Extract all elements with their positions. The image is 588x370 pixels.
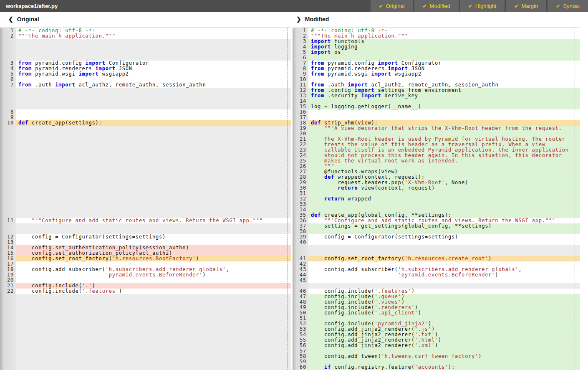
code-line: """The main h application.""" bbox=[16, 33, 291, 39]
toggle-original-button[interactable]: ✔ Original bbox=[371, 0, 413, 12]
diff-row: 4import logging bbox=[293, 44, 580, 50]
code-line bbox=[16, 359, 291, 365]
toggle-modified-button[interactable]: ✔ Modified bbox=[414, 0, 459, 12]
code-line bbox=[16, 164, 291, 169]
button-label: Syntax bbox=[563, 3, 580, 9]
diff-view: 1# -*- coding: utf-8 -*-2"""The main h a… bbox=[0, 28, 588, 370]
diff-row bbox=[293, 245, 580, 251]
toggle-highlight-button[interactable]: ✔ Highlight bbox=[460, 0, 505, 12]
code-line bbox=[16, 77, 291, 82]
code-line bbox=[16, 213, 291, 218]
diff-row: 11 """Configure and add static routes an… bbox=[0, 218, 291, 223]
code-line bbox=[16, 185, 291, 191]
code-line: config = Configurator(settings=settings) bbox=[16, 234, 291, 240]
line-number bbox=[0, 88, 16, 93]
diff-row bbox=[0, 126, 291, 131]
diff-row: 59 bbox=[293, 359, 580, 365]
code-line bbox=[308, 191, 580, 196]
code-line bbox=[16, 180, 291, 185]
diff-row bbox=[0, 223, 291, 229]
code-line bbox=[308, 55, 580, 61]
chevron-left-icon: ❮ bbox=[8, 16, 13, 23]
diff-row: 35def create_app(global_config, **settin… bbox=[293, 213, 580, 218]
button-label: Margin bbox=[521, 3, 538, 9]
diff-row: 46 config.include('.features') bbox=[293, 289, 580, 294]
diff-row: 45 bbox=[293, 278, 580, 283]
code-line: config.set_authentication_policy(session… bbox=[16, 245, 291, 251]
diff-row: 4from pyramid.renderers import JSON bbox=[0, 66, 291, 71]
line-number bbox=[0, 316, 16, 321]
code-line: config.include('.views') bbox=[308, 299, 580, 305]
diff-row: 54 config.add_jinja2_renderer('.txt') bbox=[293, 332, 580, 337]
code-line bbox=[16, 348, 291, 354]
check-icon: ✔ bbox=[514, 3, 518, 9]
diff-row: 41 config.set_root_factory('h.resources.… bbox=[293, 256, 580, 261]
diff-row bbox=[0, 39, 291, 44]
code-line bbox=[16, 109, 291, 115]
diff-row bbox=[0, 55, 291, 61]
diff-row: 39 config = Configurator(settings=settin… bbox=[293, 234, 580, 240]
line-number: 22 bbox=[0, 289, 16, 294]
code-line: request.headers.pop('X-Vhm-Root', None) bbox=[308, 180, 580, 185]
code-line: config = Configurator(settings=settings) bbox=[308, 234, 580, 240]
code-line bbox=[16, 93, 291, 99]
diff-row bbox=[0, 185, 291, 191]
code-line bbox=[16, 88, 291, 93]
code-line: makes the virtual root work as intended. bbox=[308, 158, 580, 164]
code-line bbox=[308, 251, 580, 256]
diff-row bbox=[0, 327, 291, 332]
diff-row bbox=[0, 354, 291, 359]
code-line: from pyramid.wsgi import wsgiapp2 bbox=[308, 71, 580, 77]
line-number bbox=[0, 93, 16, 99]
code-line: config.add_jinja2_renderer('.js') bbox=[308, 327, 580, 332]
diff-row: 58 config.add_tween('h.tweens.csrf_tween… bbox=[293, 354, 580, 359]
code-line bbox=[16, 99, 291, 104]
window-title: workspace1/after.py bbox=[0, 3, 58, 9]
code-line bbox=[308, 109, 580, 115]
diff-row: 3from pyramid.config import Configurator bbox=[0, 61, 291, 66]
line-number: 2 bbox=[0, 33, 16, 39]
line-number bbox=[0, 185, 16, 191]
code-line bbox=[308, 77, 580, 82]
diff-row bbox=[293, 251, 580, 256]
diff-row bbox=[0, 359, 291, 365]
toggle-margin-button[interactable]: ✔ Margin bbox=[506, 0, 546, 12]
code-line bbox=[16, 44, 291, 50]
diff-row: 52 config.include('pyramid_jinja2') bbox=[293, 321, 580, 327]
code-line: def create_app(global_config, **settings… bbox=[308, 213, 580, 218]
diff-row: 22 treats the value of this header as a … bbox=[293, 142, 580, 147]
check-icon: ✔ bbox=[468, 3, 472, 9]
line-number: 11 bbox=[0, 218, 16, 223]
line-number bbox=[0, 142, 16, 147]
toggle-syntax-button[interactable]: ✔ Syntax bbox=[548, 0, 588, 12]
diff-row bbox=[0, 316, 291, 321]
diff-row: 15 config.set_authorization_policy(acl_a… bbox=[0, 251, 291, 256]
code-line: config.set_root_factory('h.resources.cre… bbox=[308, 256, 580, 261]
code-line: @functools.wraps(view) bbox=[308, 169, 580, 175]
diff-row: 32 return wrapped bbox=[293, 196, 580, 202]
diff-row: 27 @functools.wraps(view) bbox=[293, 169, 580, 175]
code-line bbox=[16, 153, 291, 158]
diff-row: 17 bbox=[0, 261, 291, 267]
button-label: Highlight bbox=[475, 3, 497, 9]
toolbar: ✔ Original ✔ Modified ✔ Highlight ✔ Marg… bbox=[371, 0, 588, 12]
line-number bbox=[0, 196, 16, 202]
diff-row: 14 bbox=[293, 99, 580, 104]
code-line: return view(context, request) bbox=[308, 185, 580, 191]
diff-row: 25 makes the virtual root work as intend… bbox=[293, 158, 580, 164]
diff-row bbox=[0, 305, 291, 310]
line-number bbox=[0, 191, 16, 196]
code-line: config.include('.') bbox=[16, 283, 291, 289]
diff-row bbox=[0, 207, 291, 213]
diff-row bbox=[0, 337, 291, 343]
diff-row: 2"""The main h application.""" bbox=[293, 33, 580, 39]
diff-row bbox=[0, 310, 291, 316]
line-number bbox=[0, 299, 16, 305]
diff-row: 13from .security import derive_key bbox=[293, 93, 580, 99]
diff-row bbox=[0, 294, 291, 299]
title-bar: workspace1/after.py ✔ Original ✔ Modifie… bbox=[0, 0, 588, 12]
diff-row: 60 if config.registry.feature('accounts'… bbox=[293, 365, 580, 370]
diff-row bbox=[0, 175, 291, 180]
diff-row bbox=[0, 365, 291, 370]
diff-row bbox=[0, 213, 291, 218]
